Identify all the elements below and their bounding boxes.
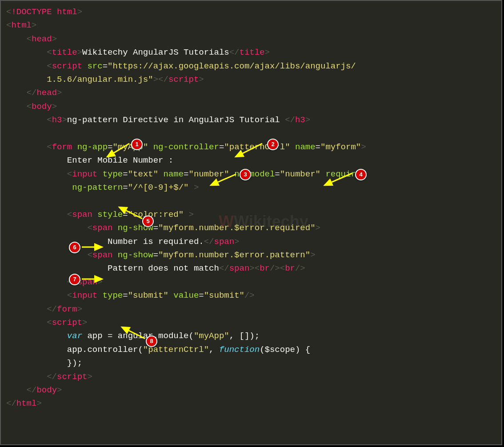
annotation-badge-2: 2 bbox=[267, 139, 279, 150]
h3-open: h3 bbox=[52, 115, 62, 125]
form-close: form bbox=[57, 304, 77, 314]
script-open: script bbox=[52, 61, 82, 71]
input-open: input bbox=[72, 169, 97, 179]
form-open: form bbox=[52, 142, 72, 152]
body-close: body bbox=[36, 385, 57, 395]
title-text: Wikitechy AngularJS Tutorials bbox=[82, 48, 229, 57]
head-open: head bbox=[32, 34, 52, 44]
annotation-badge-7: 7 bbox=[69, 274, 80, 285]
head-close: head bbox=[36, 88, 57, 98]
html-open: html bbox=[11, 20, 32, 30]
annotation-badge-1: 1 bbox=[131, 139, 143, 150]
annotation-badge-8: 8 bbox=[146, 335, 157, 347]
span-open: span bbox=[72, 210, 92, 220]
doctype-tag: !DOCTYPE html bbox=[11, 7, 77, 17]
html-close: html bbox=[16, 399, 37, 408]
code-editor: <!DOCTYPE html> <html> <head> <title>Wik… bbox=[0, 0, 502, 445]
label-text: Enter Mobile Number : bbox=[67, 156, 173, 165]
body-open: body bbox=[32, 102, 52, 112]
annotation-badge-4: 4 bbox=[355, 169, 367, 180]
title-open: title bbox=[52, 48, 77, 57]
annotation-badge-5: 5 bbox=[142, 216, 154, 227]
h3-text: ng-pattern Directive in AngularJS Tutori… bbox=[67, 115, 285, 125]
annotation-badge-3: 3 bbox=[240, 169, 251, 180]
annotation-badge-6: 6 bbox=[69, 242, 80, 253]
